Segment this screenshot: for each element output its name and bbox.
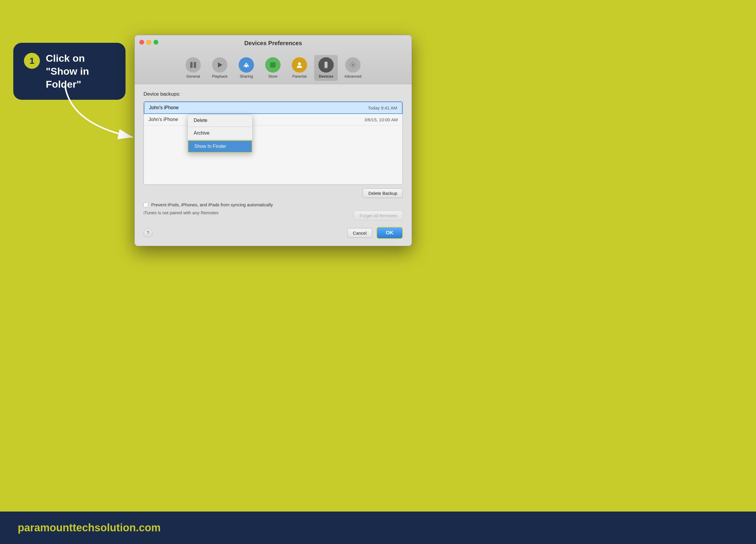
context-menu: Delete Archive Show In Finder <box>188 115 252 153</box>
general-icon <box>185 57 201 73</box>
devices-icon <box>318 57 334 73</box>
section-label: Device backups: <box>144 91 403 97</box>
store-label: Store <box>268 74 278 79</box>
dialog-window: Devices Preferences General Pla <box>134 35 412 246</box>
toolbar-item-parental[interactable]: Parental <box>288 55 311 81</box>
bottom-bar: paramounttechsolution.com <box>0 512 756 544</box>
parental-icon <box>292 57 307 73</box>
toolbar-item-store[interactable]: Store <box>261 55 285 81</box>
store-icon <box>265 57 281 73</box>
svg-rect-2 <box>194 62 196 68</box>
parental-label: Parental <box>292 74 307 79</box>
backup-date-1: Today 9:41 AM <box>368 105 397 110</box>
dialog-footer: ? Cancel OK <box>144 227 403 239</box>
arrow <box>47 83 148 145</box>
callout-line1: Click on <box>46 53 85 64</box>
context-menu-delete[interactable]: Delete <box>188 115 252 126</box>
checkbox-label: Prevent iPods, iPhones, and iPads from s… <box>151 202 273 207</box>
svg-rect-5 <box>270 62 276 68</box>
dialog-body: Device backups: John's iPhone Today 9:41… <box>135 84 412 246</box>
sharing-icon <box>239 57 254 73</box>
toolbar-item-playback[interactable]: Playback <box>208 55 232 81</box>
backup-name-1: John's iPhone <box>149 105 179 110</box>
svg-point-6 <box>298 62 301 65</box>
minimize-button[interactable] <box>146 40 151 45</box>
toolbar: General Playback Sharing <box>141 51 406 84</box>
maximize-button[interactable] <box>154 40 158 45</box>
toolbar-item-advanced[interactable]: Advanced <box>341 55 365 81</box>
context-menu-archive[interactable]: Archive <box>188 128 252 139</box>
backup-row-1[interactable]: John's iPhone Today 9:41 AM <box>144 102 403 114</box>
advanced-label: Advanced <box>344 74 361 79</box>
backup-table: John's iPhone Today 9:41 AM John's iPhon… <box>144 101 403 185</box>
backup-empty-area <box>144 126 403 185</box>
backup-name-2: John's iPhone <box>149 117 178 122</box>
close-button[interactable] <box>139 40 144 45</box>
delete-backup-row: Delete Backup <box>144 188 403 198</box>
svg-rect-8 <box>325 67 327 68</box>
svg-marker-3 <box>218 62 222 68</box>
prevent-sync-checkbox[interactable] <box>144 203 148 207</box>
context-menu-separator-2 <box>188 139 252 140</box>
playback-label: Playback <box>212 74 228 79</box>
website-text: paramounttechsolution.com <box>18 522 161 534</box>
svg-point-9 <box>352 64 354 66</box>
toolbar-item-general[interactable]: General <box>181 55 205 81</box>
backup-row-2[interactable]: John's iPhone 3/6/15, 10:00 AM <box>144 114 403 126</box>
cancel-button[interactable]: Cancel <box>347 228 372 238</box>
delete-backup-button[interactable]: Delete Backup <box>363 188 403 198</box>
general-label: General <box>186 74 200 79</box>
checkbox-row: Prevent iPods, iPhones, and iPads from s… <box>144 202 403 207</box>
svg-rect-1 <box>190 62 193 68</box>
advanced-icon <box>345 57 361 73</box>
backup-date-2: 3/6/15, 10:00 AM <box>364 117 398 122</box>
context-menu-separator-1 <box>188 127 252 127</box>
playback-icon <box>212 57 227 73</box>
step-number: 1 <box>24 53 40 69</box>
info-text: iTunes is not paired with any Remotes <box>144 210 219 215</box>
dialog-titlebar: Devices Preferences General Pla <box>135 35 412 84</box>
context-menu-show-in-finder[interactable]: Show In Finder <box>188 140 252 153</box>
toolbar-item-sharing[interactable]: Sharing <box>234 55 258 81</box>
footer-buttons: Cancel OK <box>347 227 403 239</box>
svg-rect-4 <box>245 65 247 67</box>
sharing-label: Sharing <box>240 74 253 79</box>
dialog-title: Devices Preferences <box>141 40 406 47</box>
devices-label: Devices <box>319 74 333 79</box>
ok-button[interactable]: OK <box>377 227 403 239</box>
toolbar-item-devices[interactable]: Devices <box>314 55 338 81</box>
forget-remotes-button: Forget All Remotes <box>354 211 403 221</box>
help-button[interactable]: ? <box>144 229 152 237</box>
